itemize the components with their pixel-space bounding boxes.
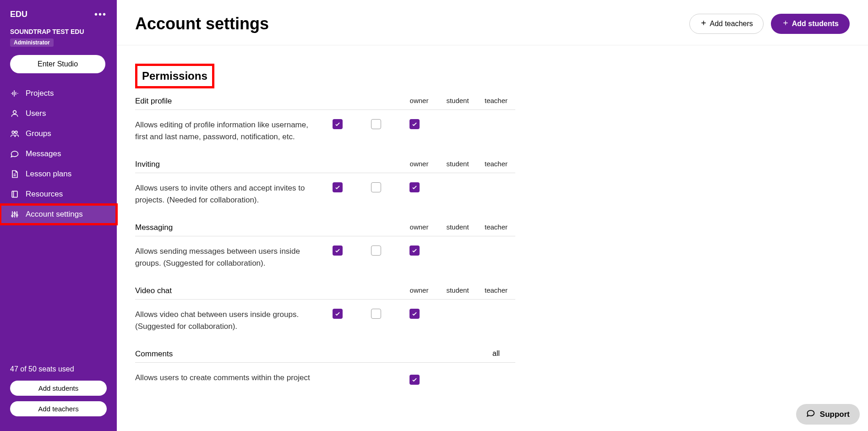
checkbox-teacher[interactable]	[409, 246, 420, 256]
sidebar-item-label: Lesson plans	[26, 169, 71, 179]
sidebar-add-teachers-button[interactable]: Add teachers	[10, 401, 107, 416]
perm-desc: Allows users to create comments within t…	[135, 372, 318, 384]
perm-col-student: student	[438, 286, 477, 295]
perm-col-owner: owner	[400, 97, 438, 106]
perm-col-teacher: teacher	[477, 97, 515, 106]
seats-used-label: 47 of 50 seats used	[10, 365, 107, 373]
book-icon	[10, 190, 19, 199]
support-button[interactable]: Support	[796, 404, 860, 425]
svg-point-4	[11, 215, 13, 217]
more-menu-icon[interactable]: •••	[94, 9, 107, 20]
perm-name: Video chat	[135, 286, 400, 295]
sidebar-item-groups[interactable]: Groups	[0, 124, 117, 144]
role-badge: Administrator	[10, 38, 54, 47]
checkbox-teacher[interactable]	[409, 119, 420, 129]
sidebar-item-account-settings[interactable]: Account settings	[0, 204, 117, 224]
perm-row-body: Allows sending messages between users in…	[135, 236, 515, 283]
perm-name: Messaging	[135, 223, 400, 232]
sidebar-item-users[interactable]: Users	[0, 104, 117, 124]
svg-point-5	[14, 213, 15, 214]
perm-col-student: student	[438, 223, 477, 232]
perm-row-header: Comments all	[135, 346, 515, 363]
org-name: SOUNDTRAP TEST EDU	[10, 28, 107, 35]
svg-point-1	[12, 131, 14, 133]
sidebar-item-lesson-plans[interactable]: Lesson plans	[0, 164, 117, 184]
plus-icon	[782, 19, 789, 28]
perm-row-body: Allows editing of profile information li…	[135, 110, 515, 156]
perm-row-body: Allows video chat between users inside g…	[135, 300, 515, 346]
page-header: Account settings Add teachers Add studen…	[117, 0, 868, 45]
perm-col-owner: owner	[400, 223, 438, 232]
sidebar-add-students-button[interactable]: Add students	[10, 381, 107, 396]
perm-desc: Allows sending messages between users in…	[135, 246, 318, 269]
enter-studio-button[interactable]: Enter Studio	[10, 55, 105, 73]
perm-name: Edit profile	[135, 97, 400, 106]
checkbox-student[interactable]	[371, 309, 381, 319]
svg-point-0	[13, 110, 16, 114]
perm-row-header: Edit profile owner student teacher	[135, 93, 515, 110]
add-students-button[interactable]: Add students	[771, 14, 850, 34]
perm-col-student: student	[438, 160, 477, 169]
checkbox-teacher[interactable]	[409, 309, 420, 319]
checkbox-student[interactable]	[371, 182, 381, 192]
checkbox-all[interactable]	[409, 375, 420, 385]
sidebar-item-label: Account settings	[26, 210, 83, 219]
content-area: Permissions Edit profile owner student t…	[117, 45, 868, 431]
waveform-icon	[10, 89, 19, 98]
add-teachers-button[interactable]: Add teachers	[689, 14, 764, 34]
button-label: Add students	[792, 20, 839, 28]
perm-name: Comments	[135, 349, 400, 359]
perm-desc: Allows video chat between users inside g…	[135, 309, 318, 332]
perm-row-header: Messaging owner student teacher	[135, 219, 515, 236]
page-title: Account settings	[135, 14, 269, 33]
user-icon	[10, 109, 19, 118]
permissions-heading: Permissions	[137, 66, 212, 86]
perm-col-owner: owner	[400, 286, 438, 295]
perm-name: Inviting	[135, 160, 400, 169]
chat-icon	[806, 409, 815, 420]
perm-row-header: Inviting owner student teacher	[135, 156, 515, 173]
sidebar-item-label: Resources	[26, 190, 63, 199]
sidebar-item-label: Groups	[26, 129, 51, 138]
edu-label: EDU	[10, 10, 27, 19]
svg-point-2	[15, 131, 17, 133]
perm-row-body: Allows users to invite others and accept…	[135, 173, 515, 219]
permissions-table: Edit profile owner student teacher Allow…	[135, 93, 515, 384]
checkbox-owner[interactable]	[333, 119, 343, 129]
document-icon	[10, 169, 19, 179]
sidebar-item-label: Messages	[26, 149, 61, 158]
checkbox-owner[interactable]	[333, 309, 343, 319]
perm-col-all: all	[477, 349, 515, 359]
support-label: Support	[820, 410, 850, 419]
checkbox-owner[interactable]	[333, 246, 343, 256]
sidebar-item-messages[interactable]: Messages	[0, 144, 117, 164]
checkbox-teacher[interactable]	[409, 182, 420, 192]
checkbox-student[interactable]	[371, 246, 381, 256]
sliders-icon	[10, 210, 19, 219]
perm-col-teacher: teacher	[477, 160, 515, 169]
perm-col-owner: owner	[400, 160, 438, 169]
perm-col-teacher: teacher	[477, 286, 515, 295]
chat-icon	[10, 149, 19, 158]
perm-row-header: Video chat owner student teacher	[135, 283, 515, 300]
sidebar-item-projects[interactable]: Projects	[0, 83, 117, 104]
permissions-heading-highlight: Permissions	[135, 64, 214, 88]
svg-rect-3	[12, 191, 17, 197]
sidebar-nav: Projects Users Groups Messages Lesson pl…	[0, 83, 117, 365]
main-content: Account settings Add teachers Add studen…	[117, 0, 868, 431]
button-label: Add teachers	[710, 20, 753, 28]
svg-point-6	[16, 214, 17, 216]
checkbox-owner[interactable]	[333, 182, 343, 192]
plus-icon	[700, 19, 707, 28]
users-icon	[10, 129, 19, 138]
sidebar: EDU ••• SOUNDTRAP TEST EDU Administrator…	[0, 0, 117, 431]
perm-row-body: Allows users to create comments within t…	[135, 363, 515, 384]
perm-col-student: student	[438, 97, 477, 106]
sidebar-item-resources[interactable]: Resources	[0, 184, 117, 204]
sidebar-item-label: Users	[26, 109, 46, 118]
perm-desc: Allows users to invite others and accept…	[135, 182, 318, 206]
sidebar-item-label: Projects	[26, 89, 54, 98]
checkbox-student[interactable]	[371, 119, 381, 129]
perm-col-teacher: teacher	[477, 223, 515, 232]
perm-desc: Allows editing of profile information li…	[135, 119, 318, 142]
